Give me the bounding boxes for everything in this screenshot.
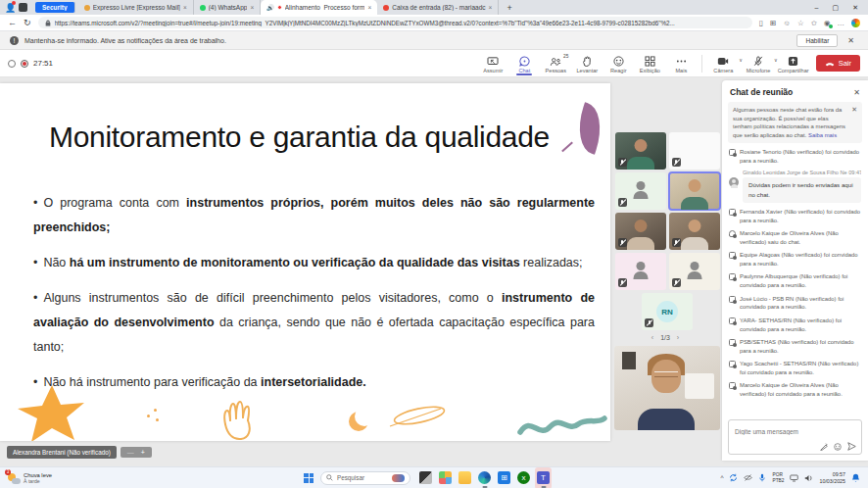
participant-tile[interactable]: [615, 253, 666, 290]
learn-more-link[interactable]: Saiba mais: [808, 132, 837, 138]
browser-tab[interactable]: 🔊Alinhamento_Processo form×: [261, 0, 377, 15]
extension-icon[interactable]: ◉: [824, 19, 831, 27]
maximize-button[interactable]: ▢: [833, 4, 840, 12]
volume-icon[interactable]: [804, 474, 813, 482]
browser-tab[interactable]: Security: [35, 2, 75, 13]
notification-bell-icon[interactable]: [851, 473, 860, 482]
refresh-icon[interactable]: ↻: [24, 18, 31, 27]
calendar-invite-icon: [729, 252, 736, 259]
calendar-invite-icon: [729, 209, 736, 216]
browser-more-icon[interactable]: …: [838, 19, 845, 27]
browser-tab[interactable]: (4) WhatsApp×: [194, 0, 262, 15]
participant-tile[interactable]: [669, 253, 720, 290]
chat-message-list: Rosiane Tenorio (Não verificado) foi con…: [722, 143, 868, 414]
participant-tile[interactable]: [669, 213, 720, 250]
apps-grid-icon[interactable]: ⊞: [770, 19, 776, 27]
toolbar-button-chat[interactable]: Chat: [509, 53, 539, 73]
page-next-icon[interactable]: ›: [672, 334, 684, 341]
store-icon[interactable]: ⊞: [496, 467, 512, 488]
participant-tile[interactable]: [615, 132, 666, 170]
sync-icon[interactable]: [729, 473, 738, 482]
zoom-out-icon[interactable]: —: [127, 449, 134, 456]
emoji-icon[interactable]: [834, 443, 842, 451]
copilot-icon[interactable]: [851, 19, 860, 27]
chat-close-icon[interactable]: ✕: [853, 88, 860, 97]
toolbar-button-reagir[interactable]: Reagir: [603, 53, 633, 73]
tray-chevron-icon[interactable]: ^: [720, 474, 723, 481]
notification-close-icon[interactable]: ✕: [844, 36, 858, 45]
self-view-video[interactable]: [614, 346, 720, 430]
chat-input-box[interactable]: [728, 419, 862, 455]
favorites-star-icon[interactable]: ☆: [797, 19, 804, 27]
minimize-button[interactable]: –: [815, 4, 819, 12]
slide-bullet: •O programa conta com instrumentos própr…: [33, 191, 595, 240]
participant-tile[interactable]: [669, 172, 720, 210]
task-view-icon[interactable]: [417, 467, 434, 488]
back-icon[interactable]: ←: [8, 18, 17, 27]
toolbar-button-assumir[interactable]: Assumir: [478, 53, 507, 73]
weather-widget[interactable]: 3 Chuva leve À tarde: [0, 472, 60, 484]
toolbar-button-microfone[interactable]: Microfone: [744, 53, 773, 73]
toolbar-button-exibi-o[interactable]: Exibição: [635, 53, 664, 73]
eye-off-icon[interactable]: [744, 473, 752, 482]
notification-bar: ! Mantenha-se informado. Ative as notifi…: [0, 31, 868, 50]
browser-tab[interactable]: Caixa de entrada (82) - mariaadc×: [377, 0, 499, 15]
collections-icon[interactable]: ✩: [811, 19, 817, 27]
taskbar-clock[interactable]: 09:57 10/03/2025: [819, 471, 845, 484]
participant-tile[interactable]: RN: [642, 293, 693, 330]
edge-icon[interactable]: [476, 467, 493, 488]
feedback-smiley-icon[interactable]: ☺: [783, 19, 791, 27]
banner-close-icon[interactable]: ✕: [851, 106, 857, 139]
tab-label: Caixa de entrada (82) - mariaadc: [392, 4, 485, 11]
tab-search-icon[interactable]: [19, 3, 27, 12]
browser-profile-icon[interactable]: 👤: [5, 3, 15, 13]
toolbar-button-mais[interactable]: Mais: [666, 53, 696, 73]
chat-system-event: Rosiane Tenorio (Não verificado) foi con…: [729, 148, 861, 166]
tab-label: Alinhamento_Processo form: [285, 4, 365, 11]
participant-tile[interactable]: [669, 132, 720, 170]
tab-close-icon[interactable]: ×: [250, 4, 254, 11]
start-button[interactable]: [304, 473, 313, 483]
mic-muted-icon: [618, 278, 627, 287]
toolbar-button-c-mera[interactable]: Câmera: [708, 53, 738, 73]
avatar-icon: [636, 262, 645, 270]
toolbar-button-compartilhar[interactable]: Compartilhar: [779, 53, 808, 73]
browser-tab[interactable]: Expresso Livre [Expresso Mail]×: [78, 0, 194, 15]
decoration-feather-icon: [384, 403, 447, 430]
language-indicator[interactable]: PORPTB2: [772, 472, 784, 483]
tab-close-icon[interactable]: ×: [489, 4, 493, 11]
send-icon[interactable]: [847, 442, 856, 451]
xbox-icon[interactable]: x: [515, 467, 532, 488]
chat-system-event: Paulynne Albuquerque (Não verificado) fo…: [729, 272, 861, 290]
tab-label: (4) WhatsApp: [209, 4, 248, 11]
tray-mic-icon[interactable]: [758, 473, 766, 482]
participant-head: [688, 179, 700, 192]
zoom-in-icon[interactable]: +: [141, 449, 145, 456]
format-icon[interactable]: [820, 443, 828, 451]
url-field[interactable]: https://teams.microsoft.com/v2/?meetingj…: [38, 17, 752, 28]
participant-tile[interactable]: [615, 213, 666, 250]
toolbar-button-levantar[interactable]: Levantar: [572, 53, 602, 73]
close-button[interactable]: ✕: [852, 4, 858, 12]
taskbar-search[interactable]: Pesquisar: [320, 471, 410, 485]
teams-icon[interactable]: T: [535, 467, 552, 488]
enable-notifications-button[interactable]: Habilitar: [796, 34, 838, 47]
zoom-control[interactable]: — +: [121, 447, 152, 458]
tab-close-icon[interactable]: ×: [183, 4, 187, 11]
participant-tile[interactable]: [615, 172, 666, 210]
chat-system-text: Fernanda Xavier (Não verificado) foi con…: [740, 208, 861, 225]
tab-close-icon[interactable]: ×: [367, 4, 371, 11]
split-screen-icon[interactable]: ▯: [759, 19, 763, 27]
leave-button[interactable]: Sair: [816, 55, 860, 72]
search-icon: [326, 474, 333, 481]
display-icon[interactable]: [790, 474, 798, 482]
widgets-icon[interactable]: [437, 467, 454, 488]
new-tab-button[interactable]: +: [499, 3, 519, 13]
participant-torso: [681, 197, 708, 210]
file-explorer-icon[interactable]: [457, 467, 473, 488]
decoration-dots-icon: [147, 409, 161, 422]
page-prev-icon[interactable]: ‹: [647, 334, 658, 341]
chat-message-author: Ginaldo Leonidas Jorge de Sousa Filho Ne…: [743, 170, 861, 175]
chat-input[interactable]: [729, 423, 861, 440]
toolbar-button-pessoas[interactable]: 25Pessoas: [541, 53, 570, 73]
